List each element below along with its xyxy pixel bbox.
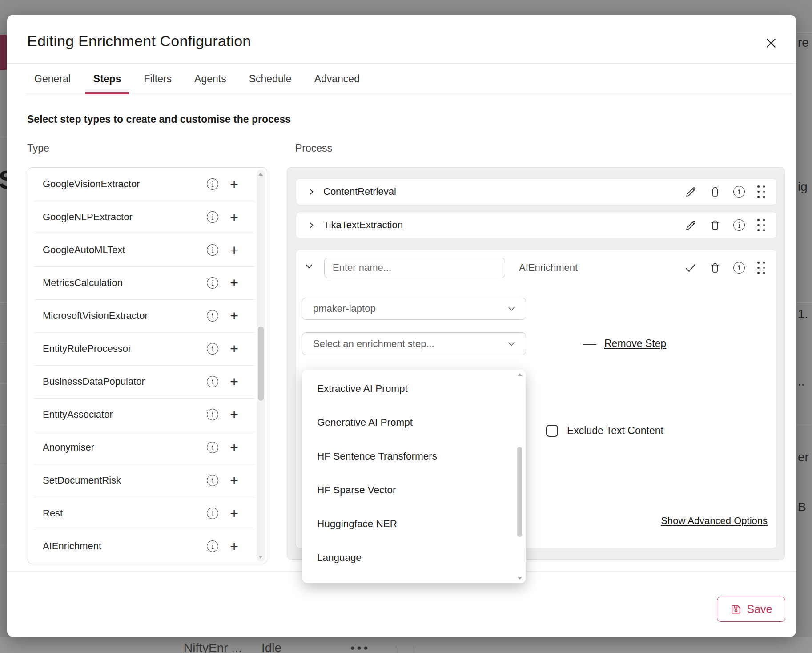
- type-name: Anonymiser: [43, 442, 207, 453]
- info-icon[interactable]: i: [207, 508, 218, 519]
- confirm-check-icon[interactable]: [684, 262, 697, 274]
- add-step-icon[interactable]: +: [230, 376, 238, 387]
- delete-trash-icon[interactable]: [709, 219, 721, 231]
- enrichment-step-dropdown: Extractive AI Prompt Generative AI Promp…: [302, 370, 526, 583]
- dropdown-option[interactable]: Extractive AI Prompt: [302, 372, 526, 406]
- add-step-icon[interactable]: +: [230, 244, 238, 256]
- close-button[interactable]: [761, 33, 781, 53]
- divider: [0, 505, 7, 505]
- exclude-text-content-label: Exclude Text Content: [567, 425, 663, 437]
- expand-chevron-right-icon[interactable]: [308, 222, 315, 229]
- collapse-chevron-down-icon[interactable]: [305, 262, 313, 272]
- dropdown-option[interactable]: Huggingface NER: [302, 507, 526, 541]
- step-type-list: GoogleVisionExtractor i + GoogleNLPExtra…: [28, 167, 267, 564]
- add-step-icon[interactable]: +: [230, 508, 238, 519]
- info-icon[interactable]: i: [207, 310, 218, 322]
- show-advanced-options-link[interactable]: Show Advanced Options: [661, 515, 768, 527]
- info-icon[interactable]: i: [207, 277, 218, 289]
- type-row: MicrosoftVisionExtractor i +: [28, 299, 267, 332]
- info-icon[interactable]: i: [733, 186, 745, 198]
- type-row: Anonymiser i +: [28, 431, 267, 464]
- info-icon[interactable]: i: [207, 376, 218, 387]
- divider: [0, 302, 7, 303]
- dropdown-option[interactable]: HF Sentence Transformers: [302, 439, 526, 473]
- background-text-fragment: re: [798, 36, 812, 50]
- type-row: GoogleAutoMLText i +: [28, 234, 267, 266]
- add-step-icon[interactable]: +: [230, 277, 238, 289]
- type-row: SetDocumentRisk i +: [28, 464, 267, 497]
- scroll-down-icon: [258, 556, 263, 559]
- info-icon[interactable]: i: [207, 244, 218, 256]
- scrollbar-thumb[interactable]: [258, 326, 264, 401]
- agent-select[interactable]: pmaker-laptop: [302, 298, 526, 320]
- info-icon[interactable]: i: [207, 211, 218, 223]
- remove-step-link[interactable]: Remove Step: [604, 338, 666, 350]
- info-icon[interactable]: i: [733, 262, 745, 274]
- info-icon[interactable]: i: [207, 178, 218, 190]
- add-step-icon[interactable]: +: [230, 211, 238, 223]
- tab-advanced[interactable]: Advanced: [306, 65, 368, 94]
- type-row: MetricsCalculation i +: [28, 266, 267, 299]
- step-name-input[interactable]: [324, 258, 505, 278]
- background-table-band: [0, 637, 812, 653]
- step-name: ContentRetrieval: [323, 186, 396, 198]
- type-name: MetricsCalculation: [43, 277, 207, 289]
- tab-steps[interactable]: Steps: [85, 65, 129, 94]
- info-icon[interactable]: i: [207, 442, 218, 453]
- dialog-title: Editing Enrichment Configuration: [27, 32, 251, 50]
- agent-select-value: pmaker-laptop: [313, 303, 506, 314]
- info-icon[interactable]: i: [207, 343, 218, 355]
- drag-handle-icon[interactable]: [757, 262, 765, 274]
- add-step-icon[interactable]: +: [230, 442, 238, 453]
- drag-handle-icon[interactable]: [757, 185, 765, 198]
- add-step-icon[interactable]: +: [230, 475, 238, 486]
- scroll-up-icon: [518, 373, 522, 376]
- minus-icon: —: [583, 337, 596, 351]
- add-step-icon[interactable]: +: [230, 343, 238, 355]
- add-step-icon[interactable]: +: [230, 310, 238, 322]
- tab-general[interactable]: General: [26, 65, 79, 94]
- chevron-down-icon: [506, 303, 517, 314]
- delete-trash-icon[interactable]: [709, 262, 721, 274]
- edit-pencil-icon[interactable]: [685, 186, 697, 198]
- type-list-scrollbar[interactable]: [257, 169, 265, 562]
- type-name: AIEnrichment: [43, 540, 207, 552]
- dropdown-option[interactable]: HF Sparse Vector: [302, 473, 526, 507]
- delete-trash-icon[interactable]: [709, 186, 721, 198]
- save-button[interactable]: Save: [717, 597, 785, 622]
- scrollbar-thumb[interactable]: [517, 447, 522, 536]
- background-text-fragment: 1.: [798, 307, 812, 321]
- save-label: Save: [747, 603, 772, 616]
- add-step-icon[interactable]: +: [230, 178, 238, 190]
- divider: [0, 464, 7, 464]
- type-name: SetDocumentRisk: [43, 475, 207, 486]
- info-icon[interactable]: i: [207, 475, 218, 486]
- edit-enrichment-dialog: Editing Enrichment Configuration General…: [7, 15, 796, 637]
- info-icon[interactable]: i: [733, 219, 745, 231]
- process-column-label: Process: [295, 142, 332, 154]
- type-name: EntityRuleProcessor: [43, 343, 207, 355]
- type-row: GoogleNLPExtractor i +: [28, 201, 267, 234]
- drag-handle-icon[interactable]: [757, 219, 765, 231]
- dropdown-option[interactable]: Language: [302, 541, 526, 575]
- info-icon[interactable]: i: [207, 409, 218, 420]
- scroll-up-icon: [258, 173, 263, 176]
- info-icon[interactable]: i: [207, 540, 218, 552]
- background-text-fragment: ig: [798, 180, 812, 194]
- expand-chevron-right-icon[interactable]: [308, 188, 315, 196]
- background-text-fragment: ..: [798, 375, 812, 389]
- tab-filters[interactable]: Filters: [136, 65, 180, 94]
- add-step-icon[interactable]: +: [230, 540, 238, 552]
- divider: [413, 646, 413, 653]
- tab-agents[interactable]: Agents: [186, 65, 234, 94]
- tab-schedule[interactable]: Schedule: [241, 65, 300, 94]
- remove-step-row: — Remove Step: [583, 332, 666, 355]
- exclude-text-content-checkbox[interactable]: [546, 425, 558, 437]
- dialog-subtitle: Select step types to create and customis…: [27, 113, 291, 125]
- edit-pencil-icon[interactable]: [685, 219, 697, 231]
- dropdown-option[interactable]: Generative AI Prompt: [302, 406, 526, 439]
- type-row: Rest i +: [28, 497, 267, 530]
- enrichment-step-select[interactable]: Select an enrichment step...: [302, 332, 526, 355]
- add-step-icon[interactable]: +: [230, 409, 238, 420]
- dropdown-scrollbar[interactable]: [516, 372, 523, 580]
